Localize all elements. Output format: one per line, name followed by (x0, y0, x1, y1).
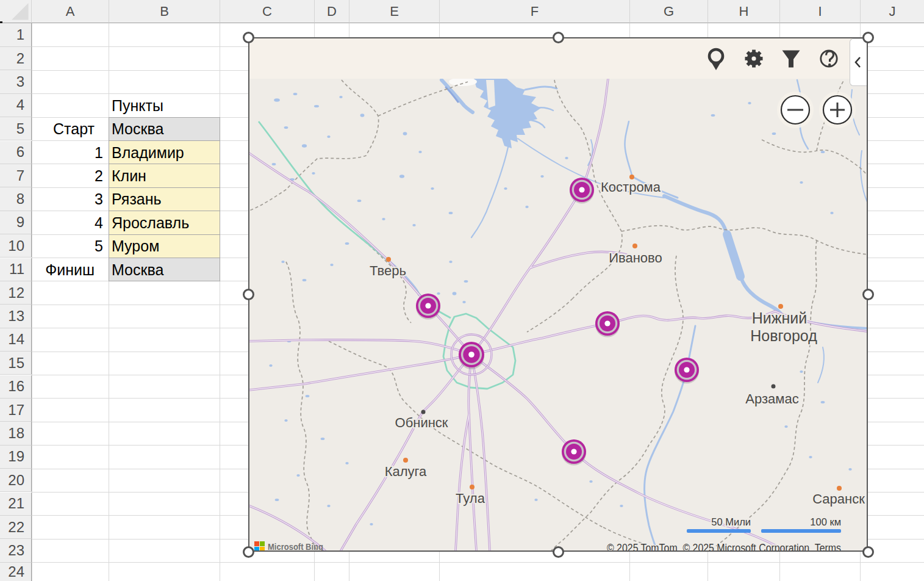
svg-text:Арзамас: Арзамас (745, 391, 798, 406)
svg-text:Калуга: Калуга (385, 464, 427, 479)
svg-text:Новгород: Новгород (750, 327, 817, 344)
svg-text:100 км: 100 км (810, 516, 841, 527)
svg-text:50 Мили: 50 Мили (711, 516, 751, 527)
svg-text:Обнинск: Обнинск (395, 415, 448, 430)
svg-text:Нижний: Нижний (752, 309, 807, 327)
svg-text:Иваново: Иваново (609, 250, 662, 265)
svg-text:© 2025 TomTom, © 2025 Microsof: © 2025 TomTom, © 2025 Microsoft Corporat… (607, 542, 841, 550)
svg-text:Microsoft Bing: Microsoft Bing (268, 541, 323, 550)
svg-text:Тверь: Тверь (370, 263, 406, 278)
svg-text:Тула: Тула (456, 491, 485, 506)
svg-text:Саранск: Саранск (812, 491, 865, 507)
svg-text:Кострома: Кострома (601, 179, 661, 195)
